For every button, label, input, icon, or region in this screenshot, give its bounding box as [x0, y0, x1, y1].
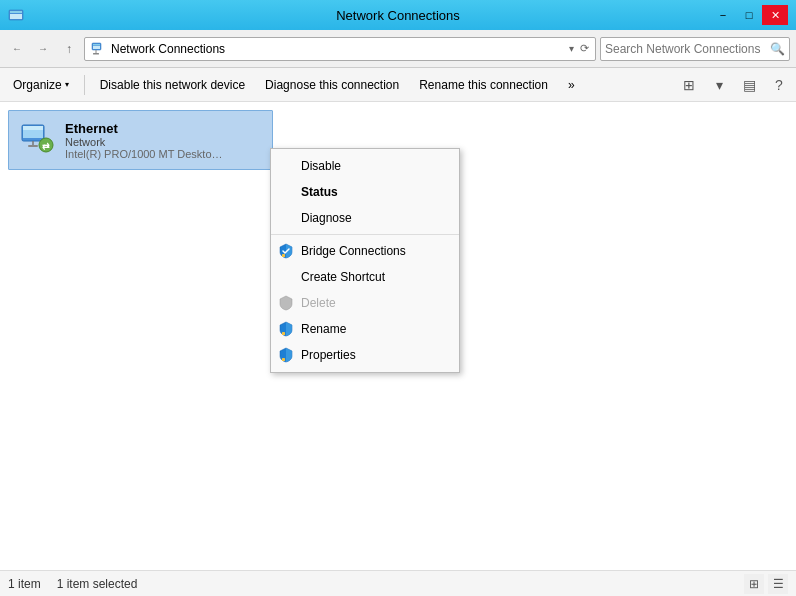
back-icon: ←: [12, 43, 22, 54]
context-menu: Disable Status Diagnose Bridge Connectio…: [270, 148, 460, 373]
rename-shield-icon: [277, 320, 295, 338]
menu-item-disable[interactable]: Disable: [271, 153, 459, 179]
svg-rect-7: [93, 53, 99, 55]
network-info: Ethernet Network Intel(R) PRO/1000 MT De…: [65, 121, 264, 160]
details-view-button[interactable]: ▤: [736, 72, 762, 98]
svg-rect-12: [28, 145, 38, 147]
diagnose-button[interactable]: Diagnose this connection: [256, 72, 408, 98]
path-dropdown-icon[interactable]: ▾: [569, 43, 574, 54]
delete-menu-label: Delete: [301, 296, 336, 310]
ethernet-icon: ⇄: [18, 121, 56, 159]
path-icon: [91, 41, 107, 57]
svg-rect-15: [282, 254, 285, 257]
diagnose-menu-label: Diagnose: [301, 211, 352, 225]
title-bar-left: [8, 7, 24, 23]
toolbar-separator-1: [84, 75, 85, 95]
bridge-menu-label: Bridge Connections: [301, 244, 406, 258]
diagnose-label: Diagnose this connection: [265, 78, 399, 92]
status-view-list-button[interactable]: ☰: [768, 574, 788, 594]
address-bar: ← → ↑ Network Connections ▾ ⟳ 🔍: [0, 30, 796, 68]
menu-item-rename[interactable]: Rename: [271, 316, 459, 342]
path-text: Network Connections: [111, 42, 565, 56]
more-icon: »: [568, 78, 575, 92]
rename-button[interactable]: Rename this connection: [410, 72, 557, 98]
forward-button[interactable]: →: [32, 38, 54, 60]
svg-rect-4: [93, 44, 100, 46]
title-bar: Network Connections − □ ✕: [0, 0, 796, 30]
rename-menu-label: Rename: [301, 322, 346, 336]
selected-count: 1 item selected: [57, 577, 138, 591]
svg-rect-1: [10, 11, 22, 13]
status-right: ⊞ ☰: [744, 574, 788, 594]
bridge-shield-icon: [277, 242, 295, 260]
status-menu-label: Status: [301, 185, 338, 199]
organize-dropdown-icon: ▾: [65, 80, 69, 89]
refresh-icon[interactable]: ⟳: [580, 42, 589, 55]
help-button[interactable]: ?: [766, 72, 792, 98]
organize-label: Organize: [13, 78, 62, 92]
toolbar: Organize ▾ Disable this network device D…: [0, 68, 796, 102]
delete-shield-icon: [277, 294, 295, 312]
svg-rect-2: [10, 14, 22, 19]
svg-rect-10: [23, 126, 43, 130]
title-bar-title: Network Connections: [0, 8, 796, 23]
svg-rect-16: [282, 332, 285, 335]
network-icon: ⇄: [17, 120, 57, 160]
menu-item-bridge[interactable]: Bridge Connections: [271, 238, 459, 264]
disable-button[interactable]: Disable this network device: [91, 72, 254, 98]
close-button[interactable]: ✕: [762, 5, 788, 25]
svg-rect-17: [282, 358, 285, 361]
network-type: Network: [65, 136, 264, 148]
maximize-button[interactable]: □: [736, 5, 762, 25]
organize-button[interactable]: Organize ▾: [4, 72, 78, 98]
view-dropdown-button[interactable]: ▾: [706, 72, 732, 98]
properties-menu-label: Properties: [301, 348, 356, 362]
status-view-grid-button[interactable]: ⊞: [744, 574, 764, 594]
more-button[interactable]: »: [559, 72, 584, 98]
shortcut-menu-label: Create Shortcut: [301, 270, 385, 284]
item-count: 1 item: [8, 577, 41, 591]
search-input[interactable]: [605, 42, 770, 56]
view-options-button[interactable]: ⊞: [676, 72, 702, 98]
address-path[interactable]: Network Connections ▾ ⟳: [84, 37, 596, 61]
rename-label: Rename this connection: [419, 78, 548, 92]
toolbar-right: ⊞ ▾ ▤ ?: [676, 72, 792, 98]
search-icon: 🔍: [770, 42, 785, 56]
back-button[interactable]: ←: [6, 38, 28, 60]
properties-shield-icon: [277, 346, 295, 364]
network-adapter: Intel(R) PRO/1000 MT Desktop Ad...: [65, 148, 225, 160]
up-icon: ↑: [66, 42, 72, 56]
forward-icon: →: [38, 43, 48, 54]
disable-label: Disable this network device: [100, 78, 245, 92]
status-bar: 1 item 1 item selected ⊞ ☰: [0, 570, 796, 596]
up-button[interactable]: ↑: [58, 38, 80, 60]
menu-item-properties[interactable]: Properties: [271, 342, 459, 368]
network-name: Ethernet: [65, 121, 264, 136]
menu-separator-1: [271, 234, 459, 235]
window-icon: [8, 7, 24, 23]
minimize-button[interactable]: −: [710, 5, 736, 25]
ethernet-item[interactable]: ⇄ Ethernet Network Intel(R) PRO/1000 MT …: [8, 110, 273, 170]
menu-item-status[interactable]: Status: [271, 179, 459, 205]
svg-rect-5: [93, 46, 100, 49]
menu-item-diagnose[interactable]: Diagnose: [271, 205, 459, 231]
disable-menu-label: Disable: [301, 159, 341, 173]
menu-item-shortcut[interactable]: Create Shortcut: [271, 264, 459, 290]
search-box[interactable]: 🔍: [600, 37, 790, 61]
svg-text:⇄: ⇄: [42, 141, 50, 151]
title-bar-controls[interactable]: − □ ✕: [710, 5, 788, 25]
menu-item-delete: Delete: [271, 290, 459, 316]
